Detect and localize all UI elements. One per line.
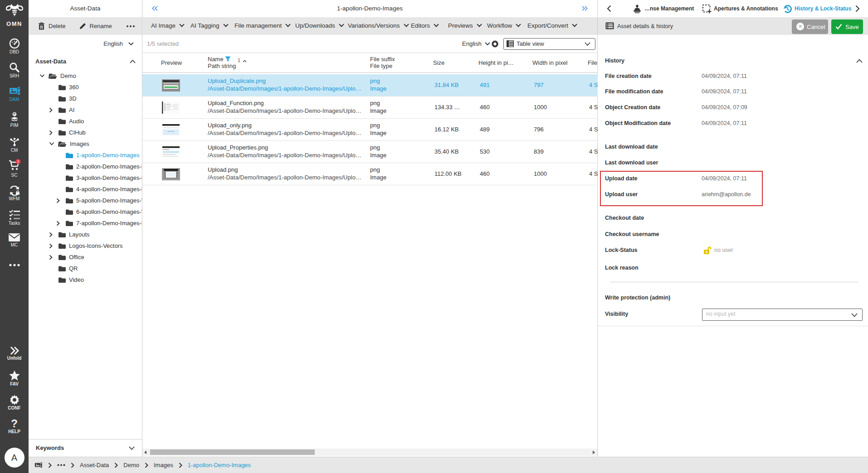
svg-text:2: 2 [17,159,19,164]
svg-text:P: P [13,112,15,116]
